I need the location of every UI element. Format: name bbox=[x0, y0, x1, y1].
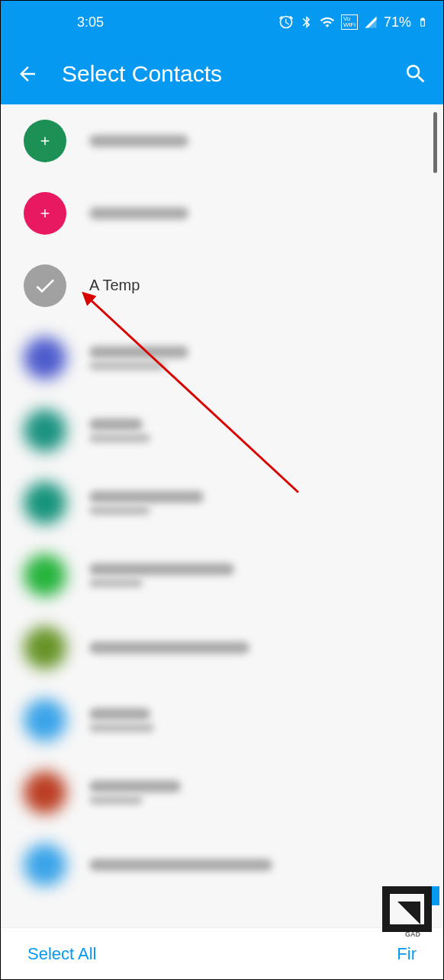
scrollbar[interactable] bbox=[433, 112, 437, 173]
contact-avatar bbox=[24, 192, 66, 235]
contact-avatar bbox=[24, 626, 66, 669]
contact-item[interactable] bbox=[1, 756, 443, 828]
alarm-icon bbox=[278, 14, 294, 30]
contact-item[interactable] bbox=[1, 322, 443, 394]
contact-avatar bbox=[24, 844, 66, 886]
status-icons: VoWiFi 71% bbox=[278, 14, 428, 30]
blurred-contact-info bbox=[89, 563, 234, 588]
status-bar: 3:05 VoWiFi 71% bbox=[1, 1, 443, 43]
battery-percent: 71% bbox=[384, 14, 411, 30]
contacts-list[interactable]: A Temp bbox=[1, 104, 443, 927]
contact-avatar bbox=[24, 482, 66, 524]
battery-icon bbox=[417, 14, 428, 30]
finish-button[interactable]: Fir bbox=[397, 944, 417, 964]
svg-marker-4 bbox=[397, 902, 420, 924]
contact-item[interactable] bbox=[1, 394, 443, 466]
blurred-contact-info bbox=[89, 859, 272, 871]
contact-avatar bbox=[24, 771, 66, 814]
watermark-logo: GAD bbox=[378, 886, 443, 940]
contact-item[interactable]: A Temp bbox=[1, 249, 443, 322]
contact-item[interactable] bbox=[1, 684, 443, 756]
contact-item[interactable] bbox=[1, 177, 443, 249]
contact-item[interactable] bbox=[1, 611, 443, 684]
blurred-contact-info bbox=[89, 346, 188, 370]
contact-avatar bbox=[24, 409, 66, 452]
contact-avatar bbox=[24, 554, 66, 597]
blurred-contact-info bbox=[89, 642, 249, 654]
blurred-contact-info bbox=[89, 491, 204, 515]
blurred-contact-info bbox=[89, 708, 154, 732]
bluetooth-icon bbox=[300, 15, 314, 29]
vowifi-icon: VoWiFi bbox=[341, 14, 358, 30]
page-title: Select Contacts bbox=[62, 61, 381, 87]
blurred-contact-info bbox=[89, 207, 188, 219]
back-icon[interactable] bbox=[16, 62, 39, 85]
contact-avatar bbox=[24, 337, 66, 380]
app-bar: Select Contacts bbox=[1, 43, 443, 104]
blurred-contact-info bbox=[89, 135, 188, 147]
contact-item[interactable] bbox=[1, 539, 443, 611]
contact-avatar bbox=[24, 120, 66, 162]
contact-item[interactable] bbox=[1, 466, 443, 539]
contact-item[interactable] bbox=[1, 828, 443, 901]
select-all-button[interactable]: Select All bbox=[27, 944, 97, 964]
blurred-contact-info bbox=[89, 418, 150, 443]
status-time: 3:05 bbox=[77, 14, 104, 30]
contact-avatar bbox=[24, 699, 66, 741]
signal-icon bbox=[364, 15, 378, 29]
bottom-bar: Select All Fir bbox=[1, 927, 443, 979]
search-icon[interactable] bbox=[404, 62, 428, 86]
contact-name: A Temp bbox=[89, 277, 140, 294]
wifi-icon bbox=[320, 14, 335, 30]
svg-text:GAD: GAD bbox=[405, 930, 421, 938]
contact-item[interactable] bbox=[1, 104, 443, 177]
contact-avatar bbox=[24, 264, 66, 307]
blurred-contact-info bbox=[89, 780, 181, 805]
